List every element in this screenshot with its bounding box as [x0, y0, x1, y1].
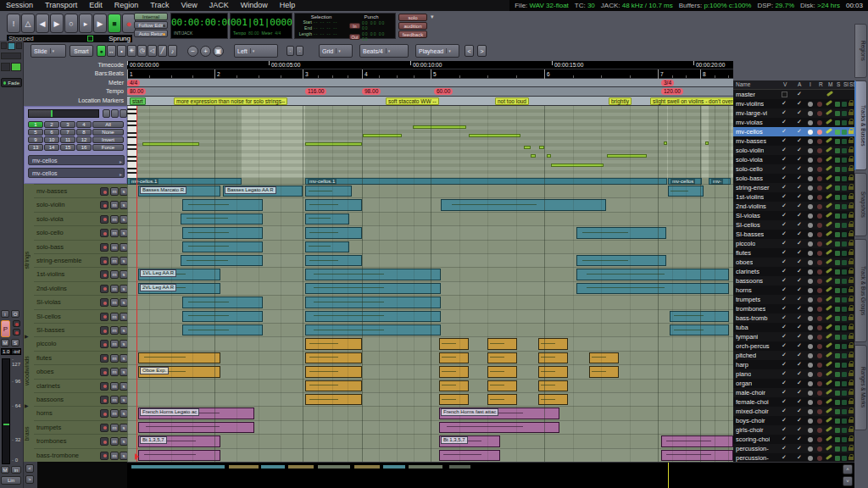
lock-icon[interactable]	[849, 112, 854, 115]
solo-square-icon[interactable]	[835, 251, 840, 256]
bus-row-horns[interactable]: horns✓✓	[733, 286, 854, 295]
input-circle-icon[interactable]	[808, 381, 813, 386]
active-check-icon[interactable]: ✓	[797, 286, 802, 293]
region[interactable]	[576, 255, 666, 266]
active-check-icon[interactable]: ✓	[797, 333, 802, 340]
edit-pencil-icon[interactable]	[826, 268, 832, 274]
active-check-icon[interactable]: ✓	[797, 91, 802, 97]
lock-icon[interactable]	[849, 224, 854, 227]
midi-panic-button[interactable]: !	[7, 14, 20, 33]
mute-button[interactable]: m	[110, 298, 119, 307]
lock-icon[interactable]	[849, 401, 854, 404]
mute-button[interactable]: m	[110, 396, 119, 404]
smart-mode-button[interactable]: Smart	[70, 45, 93, 57]
solo-button[interactable]: s	[120, 396, 127, 404]
bus-row-flutes[interactable]: flutes✓✓	[733, 248, 854, 258]
visible-check-icon[interactable]: ✓	[782, 193, 787, 200]
record-enable-button[interactable]	[100, 382, 108, 391]
solo-iso-square-icon[interactable]	[842, 344, 847, 349]
region[interactable]	[487, 352, 517, 363]
solo-iso-square-icon[interactable]	[842, 167, 847, 172]
channel-button-3[interactable]: 3	[60, 121, 75, 128]
mouse-zoom-mode[interactable]: ✳	[127, 45, 136, 57]
bus-row-solo-bass[interactable]: solo-bass✓✓	[733, 174, 854, 183]
solo-square-icon[interactable]	[835, 102, 840, 107]
tempo-marker[interactable]: 120.00	[661, 88, 683, 95]
active-check-icon[interactable]: ✓	[797, 249, 802, 256]
region[interactable]	[439, 450, 500, 461]
zoom-in-button[interactable]: +	[200, 46, 211, 57]
edit-pencil-icon[interactable]	[826, 305, 832, 311]
record-circle-icon[interactable]	[817, 437, 822, 442]
solo-iso-square-icon[interactable]	[842, 148, 847, 153]
solo-iso-square-icon[interactable]	[842, 288, 847, 293]
region[interactable]	[439, 380, 469, 391]
fader-meter[interactable]	[2, 358, 10, 464]
secondary-clock[interactable]: 001|01|0000 Tempo 80.00 Meter 4/4	[230, 13, 292, 39]
lock-icon[interactable]	[849, 419, 854, 423]
solo-square-icon[interactable]	[835, 288, 840, 293]
region[interactable]	[487, 338, 517, 349]
active-check-icon[interactable]: ✓	[797, 212, 802, 219]
record-circle-icon[interactable]	[817, 381, 822, 386]
menu-edit[interactable]: Edit	[83, 0, 108, 11]
bus-row-string-enser[interactable]: string-enser✓✓	[733, 183, 854, 192]
channel-button-14[interactable]: 14	[44, 144, 59, 151]
track-fader[interactable]	[28, 109, 99, 118]
edit-pencil-icon[interactable]	[826, 109, 832, 115]
solo-square-icon[interactable]	[835, 158, 840, 163]
bus-row-SI-violas[interactable]: SI-violas✓✓	[733, 211, 854, 220]
active-check-icon[interactable]: ✓	[797, 156, 802, 163]
lock-icon[interactable]	[849, 457, 854, 460]
summary-down-button[interactable]: ˅	[843, 476, 853, 486]
bus-row-boys-choir[interactable]: boys-choir✓✓	[733, 416, 854, 425]
active-check-icon[interactable]: ✓	[797, 128, 802, 135]
visible-check-icon[interactable]: ✓	[782, 296, 787, 302]
track-header-solo-bass[interactable]: solo-bassms	[34, 240, 127, 253]
input-circle-icon[interactable]	[808, 130, 813, 135]
visible-check-icon[interactable]: ✓	[782, 398, 787, 405]
active-check-icon[interactable]: ✓	[797, 445, 802, 452]
input-button[interactable]: i	[1, 310, 9, 318]
solo-iso-square-icon[interactable]	[842, 158, 847, 163]
lock-icon[interactable]	[849, 391, 854, 395]
solo-square-icon[interactable]	[835, 167, 840, 172]
track-header-string-ensemble[interactable]: string-ensemblems	[34, 253, 127, 267]
lock-icon[interactable]	[849, 186, 854, 190]
punch-out-button[interactable]: Out	[349, 34, 360, 40]
visible-check-icon[interactable]: ✓	[782, 333, 787, 340]
edit-pencil-icon[interactable]	[826, 417, 832, 423]
mute-button[interactable]: m	[110, 313, 119, 321]
bus-row-clarinets[interactable]: clarinets✓✓	[733, 267, 854, 276]
solo-button[interactable]: s	[120, 187, 127, 196]
solo-iso-square-icon[interactable]	[842, 316, 847, 321]
solo-square-icon[interactable]	[835, 400, 840, 405]
canvas-track-solo-cello[interactable]	[127, 225, 733, 239]
bus-row-2nd-violins[interactable]: 2nd-violins✓✓	[733, 202, 854, 211]
lock-icon[interactable]	[849, 298, 854, 302]
nav-prev-button[interactable]: <	[465, 45, 474, 57]
active-check-icon[interactable]: ✓	[797, 324, 802, 330]
active-led[interactable]	[11, 63, 21, 71]
region[interactable]	[182, 199, 263, 210]
track-header-SI-cellos[interactable]: SI-cellosms	[34, 309, 127, 323]
bus-row-pitched[interactable]: pitched✓✓	[733, 351, 854, 360]
region[interactable]	[576, 227, 666, 238]
record-circle-icon[interactable]	[817, 214, 822, 219]
visible-check-icon[interactable]: ✓	[782, 277, 787, 284]
record-dot-button[interactable]	[13, 329, 20, 336]
region[interactable]	[576, 283, 729, 294]
mute-button[interactable]: m	[110, 424, 119, 432]
record-circle-icon[interactable]	[817, 167, 822, 172]
punch-in-button[interactable]: In	[349, 23, 360, 29]
solo-square-icon[interactable]	[835, 372, 840, 377]
strip-mini-button[interactable]	[1, 42, 7, 49]
solo-square-icon[interactable]	[835, 437, 840, 442]
solo-iso-square-icon[interactable]	[842, 204, 847, 209]
visible-check-icon[interactable]: ✓	[782, 249, 787, 256]
region[interactable]	[661, 435, 733, 446]
edit-pencil-icon[interactable]	[826, 221, 832, 227]
edit-pencil-icon[interactable]	[826, 408, 832, 413]
bus-row-bassoons[interactable]: bassoons✓✓	[733, 276, 854, 286]
record-enable-button[interactable]	[100, 215, 108, 224]
